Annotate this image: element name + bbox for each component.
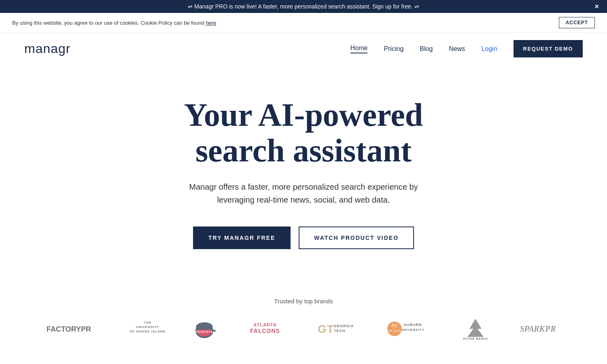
hero-headline: Your AI-powered search assistant [24, 97, 583, 168]
sparkpr-logo-svg: sparkpr [520, 323, 560, 335]
auburn-logo-svg: AU WAR EAGLE Auburn UNIVERSITY [386, 319, 431, 339]
hero-buttons: TRY MANAGR FREE WATCH PRODUCT VIDEO [24, 226, 583, 249]
svg-text:PATRIOTS: PATRIOTS [196, 330, 213, 333]
brand-falcons: ATLANTA FALCONS [241, 321, 289, 337]
banner-text: ⇌ Managr PRO is now live! A faster, more… [188, 3, 419, 10]
request-demo-button[interactable]: REQUEST DEMO [514, 40, 583, 57]
svg-text:UNIVERSITY: UNIVERSITY [136, 325, 159, 329]
trust-label: Trusted by top brands [24, 298, 583, 305]
logo[interactable]: managr [24, 41, 71, 56]
svg-text:Auburn: Auburn [404, 323, 422, 327]
banner-close-button[interactable]: × [594, 2, 599, 11]
main-nav: Home Pricing Blog News Login REQUEST DEM… [350, 40, 583, 57]
svg-text:GT: GT [318, 323, 334, 335]
announcement-banner: ⇌ Managr PRO is now live! A faster, more… [0, 0, 607, 13]
brand-gt: GT Georgia Tech [314, 321, 362, 337]
uri-logo-svg: THE UNIVERSITY OF RHODE ISLAND [127, 319, 168, 339]
cookie-policy-link[interactable]: here [206, 20, 216, 26]
svg-text:AU: AU [391, 323, 398, 328]
factorypr-logo-svg: FACTORYPR [47, 323, 103, 335]
hero-headline-line1: Your AI-powered [184, 97, 423, 133]
nav-link-pricing[interactable]: Pricing [384, 45, 403, 53]
nav-link-blog[interactable]: Blog [420, 45, 433, 53]
svg-text:UNIVERSITY: UNIVERSITY [401, 328, 424, 332]
try-free-button[interactable]: TRY MANAGR FREE [193, 226, 291, 249]
outerbanks-logo-svg: OUTER BANKS [455, 317, 496, 341]
header: managr Home Pricing Blog News Login REQU… [0, 33, 607, 65]
svg-text:ATLANTA: ATLANTA [253, 322, 276, 327]
cookie-text: By using this website, you agree to our … [12, 20, 216, 26]
svg-text:Tech: Tech [334, 329, 346, 333]
nav-link-login[interactable]: Login [481, 45, 497, 53]
brand-logos: FACTORYPR THE UNIVERSITY OF RHODE ISLAND… [24, 317, 583, 364]
nav-link-news[interactable]: News [449, 45, 465, 53]
brand-sparkpr: sparkpr [520, 323, 560, 335]
svg-text:FALCONS: FALCONS [250, 328, 280, 334]
hero-subtext: Managr offers a faster, more personalize… [24, 180, 583, 206]
brand-patriots: PATRIOTS [192, 317, 216, 341]
svg-text:FACTORYPR: FACTORYPR [47, 325, 91, 333]
gt-logo-svg: GT Georgia Tech [314, 321, 362, 337]
accept-cookies-button[interactable]: ACCEPT [559, 17, 595, 28]
nav-link-home[interactable]: Home [350, 44, 368, 53]
brand-auburn: AU WAR EAGLE Auburn UNIVERSITY [386, 319, 431, 339]
patriots-logo-svg: PATRIOTS [192, 317, 216, 341]
svg-text:Georgia: Georgia [334, 324, 354, 328]
watch-video-button[interactable]: WATCH PRODUCT VIDEO [299, 226, 414, 249]
hero-section: Your AI-powered search assistant Managr … [0, 65, 607, 290]
svg-text:sparkpr: sparkpr [520, 324, 556, 333]
svg-text:THE: THE [144, 321, 152, 324]
svg-text:OUTER BANKS: OUTER BANKS [463, 337, 488, 340]
svg-text:OF RHODE ISLAND: OF RHODE ISLAND [129, 330, 166, 333]
hero-headline-line2: search assistant [195, 133, 412, 168]
brand-outerbanks: OUTER BANKS [455, 317, 496, 341]
cookie-bar: By using this website, you agree to our … [0, 13, 607, 33]
brand-factorypr: FACTORYPR [47, 323, 103, 335]
falcons-logo-svg: ATLANTA FALCONS [241, 321, 289, 337]
svg-marker-18 [467, 319, 484, 337]
trust-section: Trusted by top brands FACTORYPR THE UNIV… [0, 290, 607, 364]
brand-uri: THE UNIVERSITY OF RHODE ISLAND [127, 319, 168, 339]
